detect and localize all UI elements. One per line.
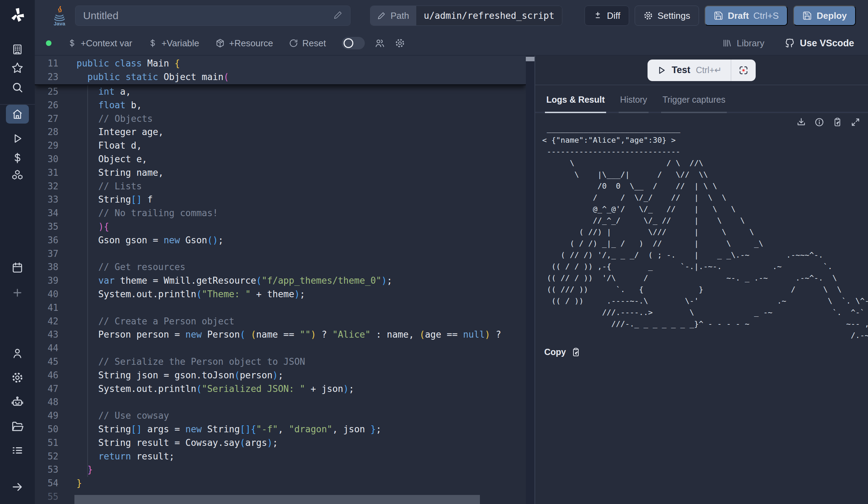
code-line[interactable]: 46 String json = gson.toJson(person); (35, 369, 526, 382)
tab-history[interactable]: History (619, 95, 649, 113)
code-line[interactable]: 32 // Lists (35, 180, 526, 193)
code-line[interactable]: 43 Person person = new Person( (name == … (35, 328, 526, 341)
code-line[interactable]: 11public class Main { (35, 57, 526, 70)
code-line[interactable]: 52 return result; (35, 450, 526, 463)
copy-result-button[interactable]: Copy (544, 347, 581, 357)
sidebar-add-plus-icon[interactable] (11, 287, 23, 299)
path-field[interactable]: Path u/admin/refreshed_script (370, 6, 562, 26)
sidebar-expand-arrow-right-icon[interactable] (11, 481, 24, 493)
windmill-logo-icon[interactable] (9, 7, 25, 24)
sidebar-item-runs-play-icon[interactable] (11, 133, 23, 144)
test-run-button[interactable]: Test Ctrl+↵ (648, 65, 731, 76)
code-line[interactable]: 25 int a, (35, 85, 526, 99)
diff-mode-toggle[interactable] (342, 37, 365, 49)
sidebar-item-settings-gear-icon[interactable] (11, 371, 24, 384)
add-context-var-button[interactable]: +Context var (67, 38, 132, 49)
code-line[interactable]: 40 System.out.println("Theme: " + theme)… (35, 288, 526, 301)
code-line[interactable]: 41 (35, 301, 526, 315)
library-icon (722, 38, 732, 48)
code-line[interactable]: 47 System.out.println("Serialized JSON: … (35, 382, 526, 396)
code-line[interactable]: 45 // Serialize the Person object to JSO… (35, 355, 526, 369)
code-line[interactable]: 28 Integer age, (35, 125, 526, 139)
editor-settings-gear-icon[interactable] (395, 38, 405, 48)
line-number: 25 (35, 85, 58, 99)
code-line[interactable]: 35 ){ (35, 220, 526, 234)
sidebar-item-folders-icon[interactable] (11, 420, 24, 433)
draft-shortcut: Ctrl+S (753, 10, 779, 21)
code-line[interactable]: 53 } (35, 463, 526, 477)
code-line[interactable]: 33 String[] f (35, 193, 526, 206)
test-bar: Test Ctrl+↵ (535, 56, 868, 85)
search-icon[interactable] (11, 81, 24, 94)
tab-logs-result[interactable]: Logs & Result (545, 95, 606, 113)
editor-scrollbar-gutter[interactable] (526, 56, 535, 504)
line-content: String[] args = new String[]{"-f", "drag… (77, 423, 381, 436)
draft-save-button[interactable]: Draft Ctrl+S (705, 6, 788, 26)
code-editor[interactable]: 25 int a,26 float b,27 // Objects28 Inte… (35, 56, 526, 504)
use-vscode-button[interactable]: Use VScode (785, 38, 854, 49)
script-title-input[interactable]: Untitled (75, 6, 351, 26)
result-tabs: Logs & ResultHistoryTrigger captures (535, 85, 868, 113)
line-content: System.out.println("Theme: " + theme); (77, 288, 305, 301)
library-button[interactable]: Library (722, 38, 764, 49)
code-line[interactable]: 44 (35, 341, 526, 355)
line-number: 26 (35, 99, 58, 112)
line-number: 47 (35, 382, 58, 396)
code-line[interactable]: 49 // Use cowsay (35, 409, 526, 423)
code-line[interactable]: 34 // No trailing commas! (35, 206, 526, 220)
sidebar-item-resources-boxes-icon[interactable] (11, 169, 24, 181)
code-line[interactable]: 54} (35, 477, 526, 490)
code-line[interactable]: 39 var theme = Wmill.getResource("f/app_… (35, 274, 526, 288)
line-number: 43 (35, 328, 58, 341)
vertical-scrollbar-thumb[interactable] (526, 57, 535, 61)
add-resource-button[interactable]: +Resource (215, 38, 273, 49)
line-content: Object e, (77, 152, 147, 166)
code-line[interactable]: 29 Float d, (35, 139, 526, 152)
play-icon (657, 65, 666, 75)
line-content: return result; (77, 450, 175, 463)
result-content: _____________________________ < {"name":… (535, 113, 868, 503)
edit-title-pencil-icon[interactable] (333, 10, 343, 21)
line-number: 55 (35, 490, 58, 504)
sidebar-item-variables-dollar-icon[interactable] (11, 152, 23, 164)
code-line[interactable]: 23 public static Object main( (35, 70, 526, 84)
clipboard-copy-icon (571, 347, 581, 357)
workspace-building-icon[interactable] (11, 43, 24, 56)
code-line[interactable]: 30 Object e, (35, 152, 526, 166)
github-cat-icon (785, 38, 795, 48)
tab-trigger-captures[interactable]: Trigger captures (661, 95, 727, 113)
capture-test-button[interactable] (731, 65, 756, 76)
code-line[interactable]: 36 Gson gson = new Gson(); (35, 234, 526, 247)
code-line[interactable]: 31 String name, (35, 166, 526, 180)
code-line[interactable]: 27 // Objects (35, 112, 526, 126)
line-number: 28 (35, 125, 58, 139)
code-line[interactable]: 38 // Get resources (35, 260, 526, 274)
code-line[interactable]: 42 // Create a Person object (35, 315, 526, 328)
settings-button[interactable]: Settings (635, 6, 699, 26)
code-line[interactable]: 51 String result = Cowsay.say(args); (35, 436, 526, 450)
add-variable-button[interactable]: +Variable (148, 38, 199, 49)
line-content: // Use cowsay (77, 409, 169, 423)
sidebar-item-user-icon[interactable] (11, 347, 24, 360)
sidebar-item-list-details-icon[interactable] (11, 444, 24, 457)
deploy-button[interactable]: Deploy (793, 6, 856, 26)
sidebar-item-home-active[interactable] (6, 105, 29, 124)
sidebar-item-schedules-calendar-icon[interactable] (11, 261, 24, 274)
line-number: 39 (35, 274, 58, 288)
line-content: // Get resources (77, 260, 185, 274)
path-label-segment[interactable]: Path (370, 6, 416, 25)
horizontal-scrollbar[interactable] (74, 495, 480, 504)
line-content: String[] f (77, 193, 153, 206)
code-line[interactable]: 50 String[] args = new String[]{"-f", "d… (35, 423, 526, 436)
code-line[interactable]: 37 (35, 247, 526, 261)
code-line[interactable]: 26 float b, (35, 99, 526, 112)
favorites-star-icon[interactable] (11, 62, 24, 74)
code-line[interactable]: 48 (35, 395, 526, 409)
line-content: } (77, 463, 93, 477)
reset-button[interactable]: Reset (289, 38, 326, 49)
collaborators-users-icon[interactable] (375, 38, 385, 48)
diff-button[interactable]: Diff (585, 6, 629, 26)
sidebar-item-workers-robot-icon[interactable] (11, 395, 24, 409)
line-number: 35 (35, 220, 58, 234)
toggle-knob (344, 38, 353, 48)
